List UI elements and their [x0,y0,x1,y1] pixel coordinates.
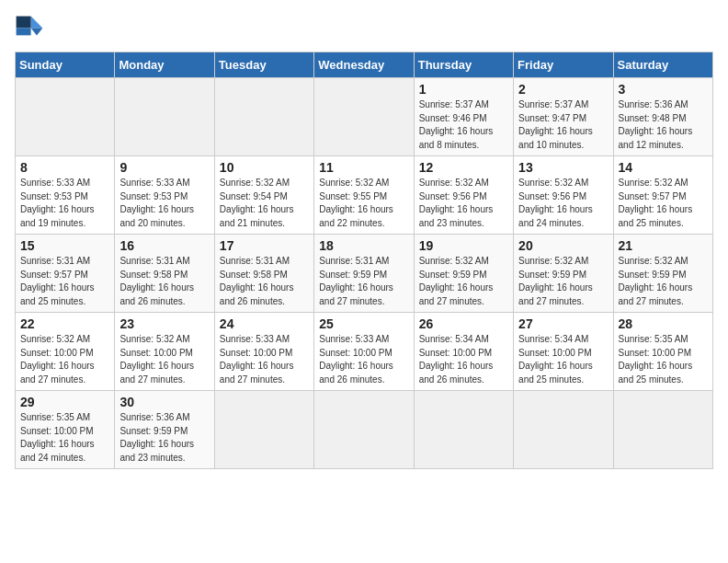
calendar-cell: 30Sunrise: 5:36 AMSunset: 9:59 PMDayligh… [115,391,214,469]
day-detail: Sunrise: 5:33 AMSunset: 10:00 PMDaylight… [220,333,309,386]
calendar-cell: 11Sunrise: 5:32 AMSunset: 9:55 PMDayligh… [314,156,414,235]
day-detail: Sunrise: 5:32 AMSunset: 10:00 PMDaylight… [119,333,209,386]
day-detail: Sunrise: 5:31 AMSunset: 9:57 PMDaylight:… [20,255,109,308]
calendar-cell: 9Sunrise: 5:33 AMSunset: 9:53 PMDaylight… [115,156,214,235]
calendar-cell [514,391,613,469]
day-detail: Sunrise: 5:31 AMSunset: 9:59 PMDaylight:… [319,255,408,308]
day-detail: Sunrise: 5:37 AMSunset: 9:46 PMDaylight:… [419,98,508,152]
calendar-week-row: 22Sunrise: 5:32 AMSunset: 10:00 PMDaylig… [16,313,713,391]
day-detail: Sunrise: 5:34 AMSunset: 10:00 PMDaylight… [518,333,608,386]
day-number: 30 [119,395,209,409]
day-detail: Sunrise: 5:32 AMSunset: 9:56 PMDaylight:… [518,177,608,230]
day-detail: Sunrise: 5:33 AMSunset: 9:53 PMDaylight:… [119,177,209,230]
svg-marker-0 [31,17,43,29]
day-number: 19 [419,238,508,253]
header-monday: Monday [115,52,214,78]
page-header [15,15,713,40]
day-number: 14 [619,160,708,175]
day-detail: Sunrise: 5:33 AMSunset: 10:00 PMDaylight… [319,333,408,386]
day-number: 20 [518,238,608,253]
day-number: 2 [518,82,608,97]
day-number: 28 [619,316,708,331]
calendar-cell [214,391,313,469]
calendar-cell [115,78,214,156]
day-number: 3 [619,82,708,97]
day-number: 23 [119,316,209,331]
day-number: 16 [119,238,209,253]
calendar-week-row: 29Sunrise: 5:35 AMSunset: 10:00 PMDaylig… [16,391,713,469]
day-number: 17 [220,238,309,253]
day-detail: Sunrise: 5:32 AMSunset: 9:59 PMDaylight:… [518,255,608,308]
logo [15,15,48,40]
calendar-cell: 23Sunrise: 5:32 AMSunset: 10:00 PMDaylig… [115,313,214,391]
calendar-table: SundayMondayTuesdayWednesdayThursdayFrid… [15,52,713,469]
header-thursday: Thursday [414,52,513,78]
day-detail: Sunrise: 5:32 AMSunset: 10:00 PMDaylight… [20,333,109,386]
day-detail: Sunrise: 5:32 AMSunset: 9:59 PMDaylight:… [419,255,508,308]
day-number: 21 [619,238,708,253]
calendar-cell: 2Sunrise: 5:37 AMSunset: 9:47 PMDaylight… [514,78,613,156]
calendar-cell [314,391,414,469]
day-detail: Sunrise: 5:32 AMSunset: 9:54 PMDaylight:… [220,177,309,230]
calendar-cell: 1Sunrise: 5:37 AMSunset: 9:46 PMDaylight… [414,78,513,156]
day-number: 9 [119,160,209,175]
day-number: 11 [319,160,408,175]
calendar-cell: 18Sunrise: 5:31 AMSunset: 9:59 PMDayligh… [314,235,414,313]
day-detail: Sunrise: 5:35 AMSunset: 10:00 PMDaylight… [619,333,708,386]
day-detail: Sunrise: 5:31 AMSunset: 9:58 PMDaylight:… [220,255,309,308]
header-saturday: Saturday [613,52,712,78]
day-detail: Sunrise: 5:36 AMSunset: 9:59 PMDaylight:… [119,411,209,465]
day-detail: Sunrise: 5:34 AMSunset: 10:00 PMDaylight… [419,333,508,386]
svg-rect-2 [17,17,31,29]
calendar-cell [16,78,115,156]
day-number: 24 [220,316,309,331]
calendar-cell: 19Sunrise: 5:32 AMSunset: 9:59 PMDayligh… [414,235,513,313]
calendar-cell: 16Sunrise: 5:31 AMSunset: 9:58 PMDayligh… [115,235,214,313]
calendar-cell: 17Sunrise: 5:31 AMSunset: 9:58 PMDayligh… [214,235,313,313]
calendar-week-row: 8Sunrise: 5:33 AMSunset: 9:53 PMDaylight… [16,156,713,235]
day-detail: Sunrise: 5:32 AMSunset: 9:55 PMDaylight:… [319,177,408,230]
day-number: 1 [419,82,508,97]
day-detail: Sunrise: 5:32 AMSunset: 9:56 PMDaylight:… [419,177,508,230]
calendar-cell: 15Sunrise: 5:31 AMSunset: 9:57 PMDayligh… [16,235,115,313]
calendar-cell [613,391,712,469]
day-detail: Sunrise: 5:35 AMSunset: 10:00 PMDaylight… [20,411,109,465]
day-detail: Sunrise: 5:37 AMSunset: 9:47 PMDaylight:… [518,98,608,152]
logo-icon [15,15,44,40]
calendar-cell: 21Sunrise: 5:32 AMSunset: 9:59 PMDayligh… [613,235,712,313]
day-number: 13 [518,160,608,175]
calendar-cell: 28Sunrise: 5:35 AMSunset: 10:00 PMDaylig… [613,313,712,391]
day-number: 10 [220,160,309,175]
day-number: 27 [518,316,608,331]
header-wednesday: Wednesday [314,52,414,78]
day-detail: Sunrise: 5:33 AMSunset: 9:53 PMDaylight:… [20,177,109,230]
calendar-cell: 26Sunrise: 5:34 AMSunset: 10:00 PMDaylig… [414,313,513,391]
day-number: 18 [319,238,408,253]
svg-marker-1 [31,28,43,35]
calendar-cell [214,78,313,156]
header-tuesday: Tuesday [214,52,313,78]
day-number: 22 [20,316,109,331]
calendar-week-row: 15Sunrise: 5:31 AMSunset: 9:57 PMDayligh… [16,235,713,313]
calendar-cell: 10Sunrise: 5:32 AMSunset: 9:54 PMDayligh… [214,156,313,235]
calendar-cell: 14Sunrise: 5:32 AMSunset: 9:57 PMDayligh… [613,156,712,235]
calendar-header-row: SundayMondayTuesdayWednesdayThursdayFrid… [16,52,713,78]
calendar-cell: 13Sunrise: 5:32 AMSunset: 9:56 PMDayligh… [514,156,613,235]
day-number: 15 [20,238,109,253]
day-detail: Sunrise: 5:36 AMSunset: 9:48 PMDaylight:… [619,98,708,152]
calendar-cell: 27Sunrise: 5:34 AMSunset: 10:00 PMDaylig… [514,313,613,391]
day-number: 26 [419,316,508,331]
calendar-cell: 22Sunrise: 5:32 AMSunset: 10:00 PMDaylig… [16,313,115,391]
svg-rect-3 [17,28,31,35]
day-number: 25 [319,316,408,331]
calendar-cell [414,391,513,469]
day-number: 29 [20,395,109,409]
day-detail: Sunrise: 5:32 AMSunset: 9:59 PMDaylight:… [619,255,708,308]
calendar-cell: 3Sunrise: 5:36 AMSunset: 9:48 PMDaylight… [613,78,712,156]
calendar-cell: 25Sunrise: 5:33 AMSunset: 10:00 PMDaylig… [314,313,414,391]
calendar-cell: 20Sunrise: 5:32 AMSunset: 9:59 PMDayligh… [514,235,613,313]
day-number: 12 [419,160,508,175]
day-detail: Sunrise: 5:31 AMSunset: 9:58 PMDaylight:… [119,255,209,308]
calendar-cell: 12Sunrise: 5:32 AMSunset: 9:56 PMDayligh… [414,156,513,235]
calendar-cell: 8Sunrise: 5:33 AMSunset: 9:53 PMDaylight… [16,156,115,235]
